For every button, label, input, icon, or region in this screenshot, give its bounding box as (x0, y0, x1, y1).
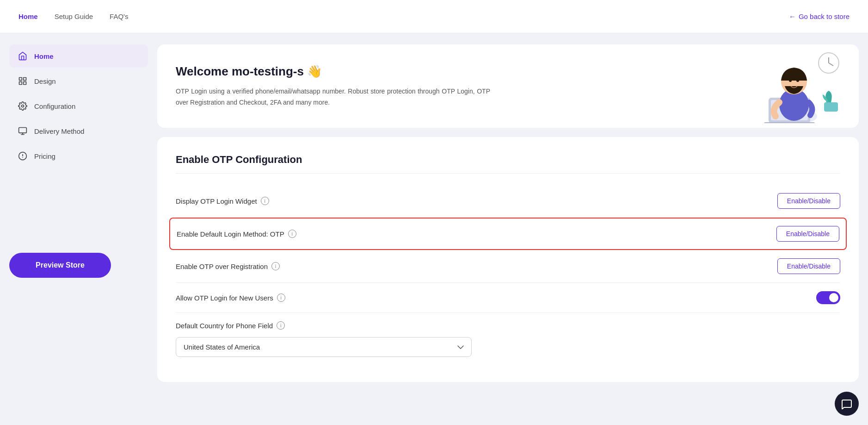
welcome-illustration (743, 49, 845, 123)
toggle-new-users[interactable] (816, 291, 840, 304)
svg-point-4 (22, 105, 24, 107)
nav-home[interactable]: Home (18, 12, 38, 20)
config-card: Enable OTP Configuration Display OTP Log… (157, 137, 859, 382)
sidebar-item-pricing[interactable]: Pricing (9, 144, 148, 168)
info-icon-otp-registration[interactable]: i (271, 262, 280, 270)
home-icon (18, 51, 28, 61)
sidebar-item-design[interactable]: Design (9, 69, 148, 93)
toggle-wrap-new-users (816, 291, 840, 304)
config-row-display-otp: Display OTP Login Widget i Enable/Disabl… (176, 185, 840, 218)
welcome-card: Welcome mo-testing-s 👋 OTP Login using a… (157, 44, 859, 128)
enable-disable-display-otp[interactable]: Enable/Disable (777, 193, 840, 209)
sidebar-label-pricing: Pricing (34, 152, 55, 160)
label-wrap-new-users: Allow OTP Login for New Users i (176, 294, 285, 302)
info-icon-country[interactable]: i (277, 321, 285, 330)
label-wrap-country: Default Country for Phone Field i (176, 321, 285, 330)
enable-disable-otp-registration[interactable]: Enable/Disable (777, 258, 840, 274)
sidebar-item-home[interactable]: Home (9, 44, 148, 68)
svg-rect-14 (824, 102, 838, 112)
nav-setup-guide[interactable]: Setup Guide (55, 12, 93, 20)
sidebar: Home Design Configuration (9, 44, 148, 414)
toggle-knob (829, 293, 838, 302)
info-icon-display-otp[interactable]: i (261, 197, 269, 205)
enable-disable-default-login[interactable]: Enable/Disable (776, 226, 839, 242)
configuration-icon (18, 101, 28, 111)
label-country: Default Country for Phone Field (176, 322, 273, 330)
pricing-icon (18, 151, 28, 161)
nav-links: Home Setup Guide FAQ's (18, 12, 128, 20)
delivery-icon (18, 126, 28, 136)
nav-faqs[interactable]: FAQ's (110, 12, 128, 20)
chat-widget[interactable] (835, 392, 859, 416)
config-row-otp-registration: Enable OTP over Registration i Enable/Di… (176, 250, 840, 283)
config-row-default-login: Enable Default Login Method: OTP i Enabl… (169, 218, 847, 250)
svg-rect-3 (19, 82, 22, 85)
content-area: Welcome mo-testing-s 👋 OTP Login using a… (157, 44, 859, 414)
svg-rect-18 (764, 122, 815, 123)
info-icon-default-login[interactable]: i (288, 230, 296, 238)
go-back-label: Go back to store (799, 12, 850, 20)
label-default-login: Enable Default Login Method: OTP (177, 230, 284, 238)
label-display-otp: Display OTP Login Widget (176, 197, 257, 205)
sidebar-item-configuration[interactable]: Configuration (9, 94, 148, 118)
label-otp-registration: Enable OTP over Registration (176, 262, 268, 270)
arrow-left-icon: ← (789, 12, 796, 20)
country-select-wrap: United States of America United Kingdom … (176, 337, 840, 357)
svg-rect-1 (24, 78, 26, 81)
info-icon-new-users[interactable]: i (277, 294, 285, 302)
preview-store-button[interactable]: Preview Store (9, 253, 111, 278)
country-select[interactable]: United States of America United Kingdom … (176, 337, 472, 357)
config-row-country: Default Country for Phone Field i United… (176, 313, 840, 365)
sidebar-item-delivery-method[interactable]: Delivery Method (9, 119, 148, 143)
label-new-users: Allow OTP Login for New Users (176, 294, 273, 302)
svg-rect-2 (24, 82, 26, 85)
svg-rect-0 (19, 78, 22, 81)
config-title: Enable OTP Configuration (176, 154, 840, 174)
svg-rect-5 (19, 128, 27, 133)
svg-point-21 (789, 79, 792, 82)
welcome-description: OTP Login using a verified phone/email/w… (176, 86, 490, 108)
sidebar-label-delivery-method: Delivery Method (34, 127, 84, 135)
label-wrap-display-otp: Display OTP Login Widget i (176, 197, 269, 205)
sidebar-label-design: Design (34, 77, 56, 85)
welcome-title: Welcome mo-testing-s 👋 (176, 64, 840, 79)
design-icon (18, 76, 28, 86)
main-layout: Home Design Configuration (0, 33, 868, 425)
label-wrap-default-login: Enable Default Login Method: OTP i (177, 230, 296, 238)
sidebar-label-home: Home (34, 52, 54, 60)
top-nav: Home Setup Guide FAQ's ← Go back to stor… (0, 0, 868, 33)
config-row-new-users: Allow OTP Login for New Users i (176, 283, 840, 313)
svg-point-22 (796, 79, 799, 82)
svg-line-13 (829, 63, 833, 66)
go-back-link[interactable]: ← Go back to store (789, 12, 850, 20)
sidebar-label-configuration: Configuration (34, 102, 75, 110)
label-wrap-otp-registration: Enable OTP over Registration i (176, 262, 280, 270)
